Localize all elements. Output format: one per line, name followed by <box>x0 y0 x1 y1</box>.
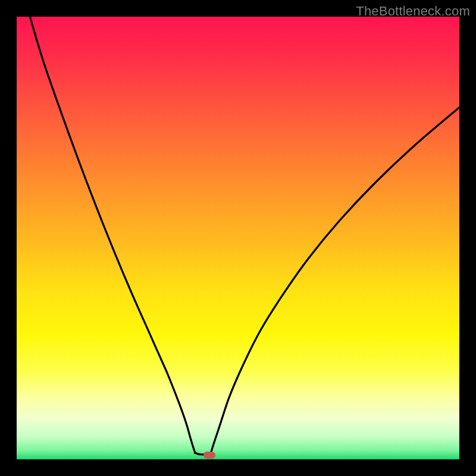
chart-frame: TheBottleneck.com <box>0 0 476 476</box>
optimum-marker <box>203 452 215 459</box>
plot-area <box>17 17 459 459</box>
bottleneck-curve <box>17 17 459 459</box>
